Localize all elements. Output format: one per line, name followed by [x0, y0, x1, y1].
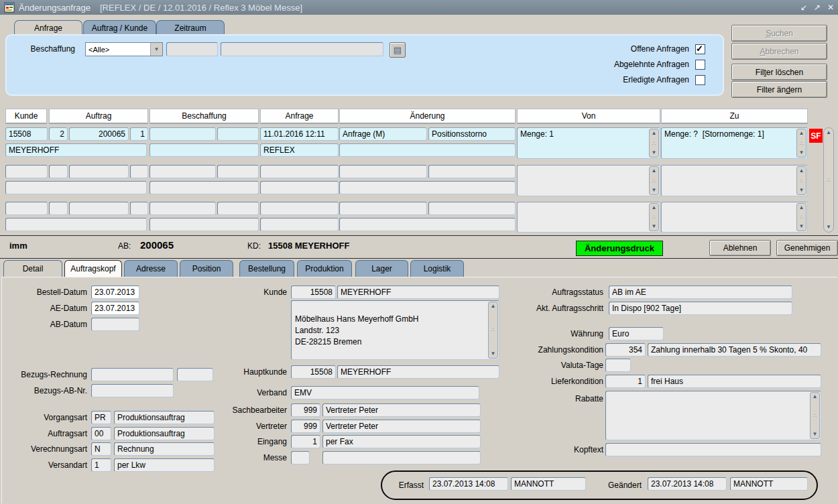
row1-kunde-pos-field[interactable]: 2 — [49, 127, 68, 141]
empty-row-field[interactable] — [69, 202, 129, 215]
empty-row-field[interactable] — [260, 218, 339, 231]
empty-row-field[interactable] — [130, 202, 148, 215]
scrollbar[interactable] — [649, 203, 659, 231]
empty-row-field[interactable] — [49, 202, 68, 215]
tab-lager[interactable]: Lager — [355, 260, 408, 277]
empty-row-field[interactable] — [149, 165, 216, 178]
empty-row-field[interactable] — [217, 202, 259, 215]
kopftext-field[interactable] — [605, 443, 821, 456]
empty-row-field[interactable] — [217, 165, 259, 178]
row1-beschaffung2-field[interactable] — [217, 127, 259, 141]
scrollbar[interactable] — [488, 302, 498, 359]
scrollbar[interactable] — [796, 166, 806, 195]
minimize-icon[interactable] — [800, 3, 807, 12]
scrollbar[interactable] — [649, 129, 659, 158]
hauptkunde-name-field[interactable]: MEYERHOFF — [337, 365, 499, 379]
beschaffung-dropdown[interactable]: <Alle> — [85, 42, 163, 56]
scroll-thumb[interactable] — [797, 137, 806, 149]
empty-row-field[interactable] — [49, 165, 68, 178]
tab-anfrage[interactable]: Anfrage — [14, 20, 82, 36]
row1-beschaffung-name-field[interactable] — [149, 143, 259, 157]
arrow-up-icon[interactable] — [797, 129, 806, 137]
empty-row-field[interactable] — [149, 181, 259, 194]
rabatte-area[interactable] — [605, 391, 821, 440]
scroll-thumb[interactable] — [811, 401, 819, 430]
erledigte-anfragen-checkbox[interactable] — [695, 75, 705, 85]
valuta-tage-field[interactable] — [605, 359, 631, 372]
auftragsstatus-field[interactable]: AB im AE — [609, 286, 792, 299]
erfasst-zeit-field[interactable]: 23.07.2013 14:08 — [429, 477, 508, 491]
tab-logistik[interactable]: Logistik — [410, 260, 464, 277]
row1-auftrag-nr-field[interactable]: 200065 — [69, 127, 129, 141]
row1-kunde-name-field[interactable]: MEYERHOFF — [5, 143, 147, 157]
arrow-up-icon[interactable] — [797, 204, 806, 212]
empty-row-field[interactable] — [5, 202, 48, 215]
eingang-text-field[interactable]: per Fax — [322, 435, 481, 448]
erfasst-user-field[interactable]: MANNOTT — [511, 477, 586, 491]
empty-row-field[interactable] — [428, 165, 516, 178]
arrow-up-icon[interactable] — [650, 129, 658, 137]
suchen-button[interactable]: Suchen — [731, 25, 827, 42]
tab-bestellung[interactable]: Bestellung — [239, 260, 294, 277]
scrollbar[interactable] — [649, 166, 659, 195]
vertreter-text-field[interactable]: Vertreter Peter — [322, 420, 481, 433]
waehrung-field[interactable]: Euro — [609, 327, 664, 340]
tab-produktion[interactable]: Produktion — [297, 260, 352, 277]
close-icon[interactable] — [827, 3, 834, 12]
abgelehnte-anfragen-checkbox[interactable] — [695, 60, 705, 70]
scroll-thumb[interactable] — [489, 310, 497, 350]
bestell-datum-field[interactable]: 23.07.2013 — [91, 286, 139, 299]
empty-row-field[interactable] — [5, 181, 147, 194]
scrollbar[interactable] — [796, 129, 806, 158]
scroll-thumb[interactable] — [824, 137, 833, 223]
scrollbar[interactable] — [796, 203, 806, 231]
empty-row-field[interactable] — [5, 218, 147, 231]
offene-anfragen-checkbox[interactable] — [695, 44, 705, 54]
lieferkondition-code-field[interactable]: 1 — [605, 375, 646, 388]
arrow-down-icon[interactable] — [824, 223, 833, 232]
arrow-up-icon[interactable] — [824, 128, 833, 137]
genehmigen-button[interactable]: Genehmigen — [776, 240, 838, 256]
arrow-down-icon[interactable] — [489, 350, 497, 358]
empty-row-field[interactable] — [260, 165, 339, 178]
empty-zu-box[interactable] — [661, 165, 808, 196]
arrow-down-icon[interactable] — [797, 223, 806, 231]
arrow-up-icon[interactable] — [650, 167, 658, 175]
empty-row-field[interactable] — [339, 181, 516, 194]
filter-aendern-button[interactable]: Filter ändern — [731, 81, 827, 98]
kunde-code-field[interactable]: 15508 — [291, 286, 336, 299]
auftragsart-code-field[interactable]: 00 — [91, 427, 111, 440]
bezugs-ab-nr-field[interactable] — [91, 384, 174, 397]
scroll-thumb[interactable] — [797, 175, 806, 186]
bezugs-rechnung-field1[interactable] — [91, 368, 174, 381]
arrow-up-icon[interactable] — [797, 167, 806, 175]
geaendert-zeit-field[interactable]: 23.07.2013 14:08 — [648, 477, 727, 491]
zahlungskondition-code-field[interactable]: 354 — [605, 343, 646, 357]
row1-beschaffung1-field[interactable] — [149, 127, 216, 141]
aenderungsdruck-button[interactable]: Änderungsdruck — [576, 241, 663, 256]
empty-row-field[interactable] — [428, 202, 516, 215]
empty-row-field[interactable] — [5, 165, 48, 178]
tab-detail[interactable]: Detail — [3, 260, 62, 277]
arrow-down-icon[interactable] — [650, 223, 658, 231]
lieferkondition-text-field[interactable]: frei Haus — [648, 375, 821, 388]
geaendert-user-field[interactable]: MANNOTT — [730, 477, 808, 491]
tab-auftrag-kunde[interactable]: Auftrag / Kunde — [83, 20, 156, 36]
empty-row-field[interactable] — [130, 165, 148, 178]
abbrechen-button[interactable]: Abbrechen — [731, 43, 827, 60]
results-scrollbar[interactable] — [823, 127, 834, 233]
hauptkunde-code-field[interactable]: 15508 — [291, 365, 336, 379]
tab-position[interactable]: Position — [180, 260, 233, 277]
row1-anfrage-typ-field[interactable]: Anfrage (M) — [339, 127, 427, 141]
empty-row-field[interactable] — [339, 165, 427, 178]
tab-zeitraum[interactable]: Zeitraum — [156, 20, 225, 36]
empty-row-field[interactable] — [69, 165, 129, 178]
filter-loeschen-button[interactable]: Filter löschen — [731, 64, 827, 80]
vorgangsart-code-field[interactable]: PR — [91, 411, 111, 424]
scroll-thumb[interactable] — [797, 212, 806, 223]
chevron-down-icon[interactable] — [150, 43, 162, 56]
empty-row-field[interactable] — [339, 218, 516, 231]
arrow-down-icon[interactable] — [797, 149, 806, 157]
arrow-down-icon[interactable] — [650, 149, 658, 157]
row1-anfrage-quelle-field[interactable]: REFLEX — [260, 143, 339, 157]
